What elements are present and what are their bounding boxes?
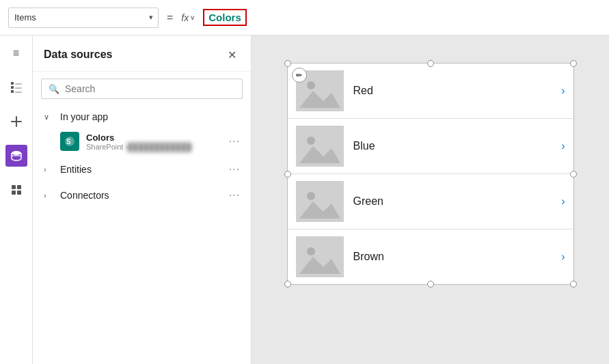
panel-title: Data sources	[44, 48, 113, 61]
row-chevron-red[interactable]: ›	[561, 85, 565, 97]
search-icon: 🔍	[49, 84, 59, 94]
formula-value[interactable]: Colors	[203, 9, 247, 26]
image-placeholder-blue	[296, 126, 344, 167]
handle-top-left[interactable]	[284, 60, 291, 67]
svg-rect-4	[15, 87, 22, 89]
equals-sign: =	[167, 12, 173, 24]
svg-rect-0	[11, 82, 14, 85]
svg-point-20	[307, 137, 315, 145]
search-box[interactable]: 🔍	[41, 79, 243, 99]
database-icon[interactable]	[5, 145, 27, 167]
svg-point-17	[307, 81, 315, 89]
row-label-red: Red	[353, 85, 552, 97]
row-chevron-blue[interactable]: ›	[561, 140, 565, 152]
svg-rect-5	[15, 92, 22, 93]
svg-point-26	[307, 247, 315, 255]
handle-top-right[interactable]	[570, 60, 577, 67]
fx-label: fx	[181, 12, 189, 23]
main-layout: ≡	[0, 36, 609, 364]
close-button[interactable]: ✕	[224, 46, 240, 63]
connectors-section: › Connectors ···	[33, 184, 251, 210]
sharepoint-icon: S	[60, 132, 79, 151]
chevron-right-icon: ›	[44, 165, 55, 173]
items-select-wrapper[interactable]: Items	[8, 8, 159, 28]
entities-more-icon[interactable]: ···	[229, 163, 240, 176]
connectors-label: Connectors	[60, 190, 224, 201]
panel-header: Data sources ✕	[33, 36, 251, 72]
gallery-row: Green ›	[288, 174, 573, 229]
image-placeholder-brown	[296, 236, 344, 277]
svg-text:S: S	[66, 138, 71, 145]
row-chevron-green[interactable]: ›	[561, 195, 565, 208]
data-sources-panel: Data sources ✕ 🔍 ∨ In your app S	[33, 36, 252, 364]
chevron-down-icon: ∨	[44, 113, 55, 122]
chevron-right-icon: ›	[44, 191, 55, 199]
in-your-app-section: ∨ In your app S Colors SharePoint · ████…	[33, 106, 251, 158]
add-icon[interactable]	[5, 111, 27, 132]
svg-point-23	[307, 192, 315, 200]
search-input[interactable]	[65, 83, 235, 94]
row-label-brown: Brown	[353, 251, 552, 263]
svg-rect-10	[12, 185, 16, 189]
items-select[interactable]: Items	[8, 8, 159, 28]
component-icon[interactable]	[5, 179, 27, 201]
entities-label: Entities	[60, 164, 224, 175]
colors-datasource-item[interactable]: S Colors SharePoint · ████████████ ···	[33, 128, 251, 155]
gallery-row: Red ›	[288, 64, 573, 119]
gallery-row: Brown ›	[288, 229, 573, 284]
tree-view-icon[interactable]	[5, 76, 27, 98]
edit-pencil-button[interactable]: ✏	[292, 68, 307, 83]
datasource-more-icon[interactable]: ···	[229, 135, 240, 148]
top-bar: Items = fx ∨ Colors	[0, 0, 609, 36]
image-placeholder-green	[296, 181, 344, 222]
handle-bottom-left[interactable]	[284, 281, 291, 288]
datasource-url-blurred: ████████████	[128, 143, 192, 151]
fx-chevron-icon: ∨	[190, 14, 195, 21]
sharepoint-prefix: SharePoint ·	[86, 143, 128, 151]
datasource-subtitle: SharePoint · ████████████	[86, 143, 222, 151]
row-chevron-brown[interactable]: ›	[561, 251, 565, 263]
gallery-widget: ✏ Red ›	[287, 63, 574, 285]
datasource-name: Colors	[86, 132, 222, 143]
connectors-item[interactable]: › Connectors ···	[33, 184, 251, 207]
svg-rect-11	[17, 185, 21, 189]
handle-bottom-mid[interactable]	[427, 281, 434, 288]
handle-top-mid[interactable]	[427, 60, 434, 67]
hamburger-menu-icon[interactable]: ≡	[5, 42, 27, 64]
svg-point-8	[12, 151, 21, 155]
svg-rect-1	[11, 86, 14, 89]
handle-mid-left[interactable]	[284, 171, 291, 178]
svg-rect-2	[11, 90, 14, 93]
svg-rect-13	[17, 191, 21, 195]
handle-mid-right[interactable]	[570, 171, 577, 178]
entities-section: › Entities ···	[33, 158, 251, 184]
in-your-app-label: In your app	[60, 111, 240, 122]
row-label-green: Green	[353, 195, 552, 208]
datasource-info: Colors SharePoint · ████████████	[86, 132, 222, 151]
content-area: ✏ Red ›	[252, 36, 609, 364]
gallery-row: Blue ›	[288, 119, 573, 174]
svg-rect-3	[15, 83, 22, 85]
svg-rect-12	[12, 191, 16, 195]
row-label-blue: Blue	[353, 140, 552, 152]
handle-bottom-right[interactable]	[570, 281, 577, 288]
sidebar-icons: ≡	[0, 36, 33, 364]
fx-button[interactable]: fx ∨	[181, 12, 195, 23]
entities-item[interactable]: › Entities ···	[33, 158, 251, 181]
connectors-more-icon[interactable]: ···	[229, 189, 240, 201]
in-your-app-item[interactable]: ∨ In your app	[33, 106, 251, 128]
